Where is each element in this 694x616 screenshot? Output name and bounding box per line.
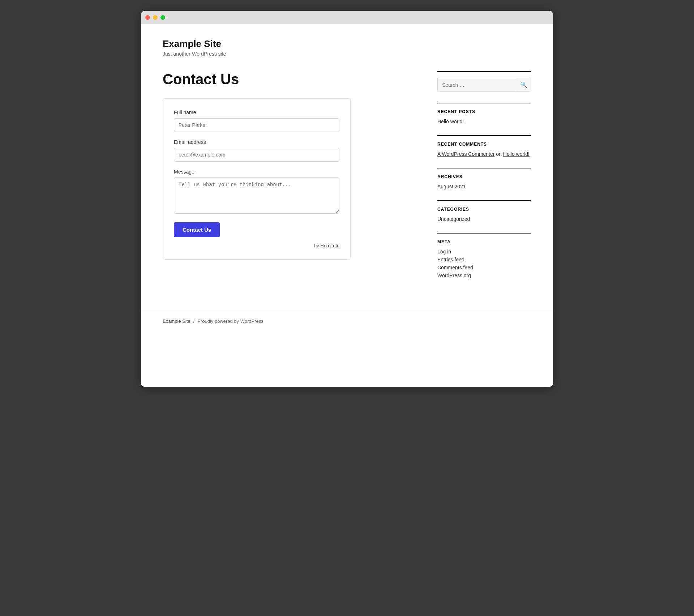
site-tagline: Just another WordPress site — [163, 51, 531, 57]
categories-divider — [437, 200, 531, 201]
footer-separator: / — [193, 318, 195, 324]
close-button[interactable] — [145, 15, 150, 20]
page-title: Contact Us — [163, 71, 416, 87]
maximize-button[interactable] — [160, 15, 165, 20]
recent-posts-heading: RECENT POSTS — [437, 109, 531, 114]
primary-content: Contact Us Full name Email address Messa… — [163, 71, 416, 289]
category-link[interactable]: Uncategorized — [437, 216, 531, 222]
sidebar: 🔍 RECENT POSTS Hello world! RECENT COMME… — [437, 71, 531, 289]
meta-link-comments[interactable]: Comments feed — [437, 265, 531, 270]
full-name-label: Full name — [174, 110, 339, 115]
footer-site-link[interactable]: Example Site — [163, 318, 190, 324]
titlebar — [141, 11, 553, 24]
recent-posts-section: RECENT POSTS Hello world! — [437, 103, 531, 124]
site-title: Example Site — [163, 38, 531, 50]
recent-comments-divider — [437, 135, 531, 136]
recent-comment-item: A WordPress Commenter on Hello world! — [437, 151, 531, 157]
contact-form-wrapper: Full name Email address Message Contact … — [163, 98, 351, 260]
search-icon: 🔍 — [520, 82, 527, 88]
recent-comments-section: RECENT COMMENTS A WordPress Commenter on… — [437, 135, 531, 157]
search-box: 🔍 — [437, 78, 531, 92]
commenter-link[interactable]: A WordPress Commenter — [437, 151, 494, 157]
meta-section: META Log in Entries feed Comments feed W… — [437, 233, 531, 278]
footer-powered-by: Proudly powered by WordPress — [197, 318, 264, 324]
search-divider — [437, 71, 531, 72]
site-header: Example Site Just another WordPress site — [163, 38, 531, 57]
recent-posts-divider — [437, 103, 531, 103]
message-group: Message — [174, 169, 339, 215]
email-input[interactable] — [174, 148, 339, 162]
archives-heading: ARCHIVES — [437, 174, 531, 179]
form-footer: by HeroTofu — [174, 243, 339, 248]
sidebar-search: 🔍 — [437, 71, 531, 92]
full-name-input[interactable] — [174, 118, 339, 132]
comment-post-link[interactable]: Hello world! — [503, 151, 530, 157]
meta-link-login[interactable]: Log in — [437, 249, 531, 254]
recent-post-link[interactable]: Hello world! — [437, 119, 531, 124]
submit-button[interactable]: Contact Us — [174, 222, 220, 237]
minimize-button[interactable] — [153, 15, 158, 20]
recent-comments-heading: RECENT COMMENTS — [437, 142, 531, 147]
meta-heading: META — [437, 239, 531, 244]
meta-link-wordpress[interactable]: WordPress.org — [437, 273, 531, 278]
categories-section: CATEGORIES Uncategorized — [437, 200, 531, 222]
form-footer-by: by — [314, 243, 320, 248]
email-label: Email address — [174, 139, 339, 145]
categories-heading: CATEGORIES — [437, 207, 531, 212]
archives-section: ARCHIVES August 2021 — [437, 168, 531, 189]
main-area: Contact Us Full name Email address Messa… — [163, 71, 531, 289]
full-name-group: Full name — [174, 110, 339, 132]
search-input[interactable] — [438, 79, 517, 91]
message-textarea[interactable] — [174, 177, 339, 214]
archive-link[interactable]: August 2021 — [437, 184, 531, 189]
herotofu-link[interactable]: HeroTofu — [320, 243, 339, 248]
meta-divider — [437, 233, 531, 234]
search-button[interactable]: 🔍 — [517, 78, 531, 91]
comment-on: on — [496, 151, 503, 157]
message-label: Message — [174, 169, 339, 175]
meta-link-entries[interactable]: Entries feed — [437, 257, 531, 262]
browser-window: Example Site Just another WordPress site… — [141, 11, 553, 387]
email-group: Email address — [174, 139, 339, 162]
page-footer: Example Site / Proudly powered by WordPr… — [141, 311, 553, 331]
archives-divider — [437, 168, 531, 168]
